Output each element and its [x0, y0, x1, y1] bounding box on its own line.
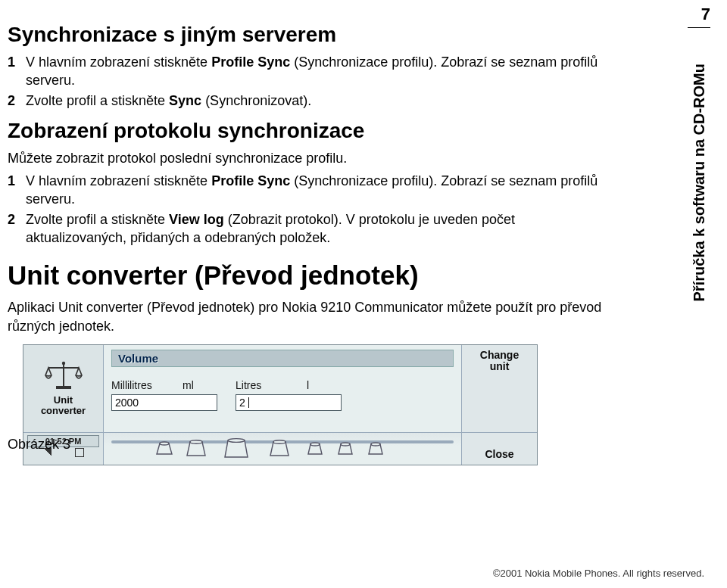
screenshot-titlebar: Volume	[111, 350, 454, 367]
steps-protocol: 1 V hlavním zobrazení stiskněte Profile …	[8, 172, 613, 247]
paragraph-unit: Aplikaci Unit converter (Převod jednotek…	[8, 298, 613, 335]
scale-icon	[42, 360, 85, 392]
from-value-input[interactable]: 2000	[111, 394, 217, 411]
screenshot-unit-converter: Unit converter Volume Millilitres ml	[23, 344, 538, 465]
side-tab-text: Příručka k softwaru na CD-ROMu	[691, 64, 708, 302]
app-title-line2: converter	[41, 406, 86, 416]
footer-copyright: ©2001 Nokia Mobile Phones. All rights re…	[493, 568, 704, 579]
app-title-line1: Unit	[41, 395, 86, 406]
from-unit-block: Millilitres ml 2000	[111, 379, 217, 411]
close-softkey[interactable]: Close	[485, 449, 513, 460]
from-unit-abbr: ml	[183, 379, 205, 391]
heading-protocol: Zobrazení protokolu synchronizace	[8, 119, 613, 143]
step-text: Zvolte profil a stiskněte	[26, 212, 169, 227]
battery-icon	[75, 448, 84, 457]
list-item: 1 V hlavním zobrazení stiskněte Profile …	[8, 172, 613, 209]
screenshot-right-panel-bottom: Close	[461, 433, 537, 465]
svg-point-9	[341, 443, 350, 446]
to-unit-abbr: l	[307, 379, 329, 391]
step-text: (Synchronizovat).	[201, 93, 311, 108]
list-item: 2 Zvolte profil a stiskněte Sync (Synchr…	[8, 92, 613, 110]
softkey-line2: unit	[480, 361, 519, 372]
svg-point-4	[160, 442, 169, 445]
change-unit-softkey[interactable]: Change unit	[480, 350, 519, 373]
step-text: V hlavním zobrazení stiskněte	[26, 173, 211, 188]
list-item: 1 V hlavním zobrazení stiskněte Profile …	[8, 53, 613, 90]
from-unit-name: Millilitres	[111, 379, 172, 391]
list-item: 2 Zvolte profil a stiskněte View log (Zo…	[8, 210, 613, 247]
paragraph-protocol: Můžete zobrazit protokol poslední synchr…	[8, 149, 613, 167]
svg-point-10	[371, 443, 380, 446]
step-keyword: Sync	[169, 93, 201, 108]
to-value-input[interactable]: 2	[236, 394, 342, 411]
step-keyword: Profile Sync	[211, 54, 290, 70]
to-unit-block: Litres l 2	[236, 379, 342, 411]
steps-sync-other: 1 V hlavním zobrazení stiskněte Profile …	[8, 53, 613, 110]
step-number: 2	[8, 92, 15, 110]
side-tab: Příručka k softwaru na CD-ROMu	[688, 27, 710, 338]
heading-sync-other-server: Synchronizace s jiným serverem	[8, 23, 613, 47]
screenshot-right-panel-top: Change unit	[461, 345, 537, 432]
figure-label: Obrázek 3	[8, 437, 98, 457]
screenshot-illustration	[104, 433, 461, 465]
svg-point-6	[228, 439, 245, 443]
main-content: Synchronizace s jiným serverem 1 V hlavn…	[8, 23, 613, 457]
step-keyword: Profile Sync	[211, 173, 290, 188]
page-number: 7	[701, 5, 710, 24]
screenshot-main: Volume Millilitres ml 2000	[104, 345, 461, 432]
svg-rect-3	[56, 386, 71, 389]
app-title: Unit converter	[41, 395, 86, 417]
to-unit-name: Litres	[236, 379, 296, 391]
svg-point-7	[273, 440, 285, 443]
svg-point-2	[61, 362, 64, 365]
softkey-line1: Change	[480, 350, 519, 361]
step-number: 1	[8, 53, 15, 71]
step-text: Zvolte profil a stiskněte	[26, 93, 169, 108]
step-text: V hlavním zobrazení stiskněte	[26, 54, 211, 70]
svg-point-8	[310, 443, 320, 446]
heading-unit-converter: Unit converter (Převod jednotek)	[8, 260, 613, 291]
step-keyword: View log	[169, 212, 224, 227]
step-number: 2	[8, 210, 15, 229]
svg-point-5	[190, 440, 202, 443]
step-number: 1	[8, 172, 15, 190]
jugs-icon	[149, 433, 422, 463]
screenshot-left-panel: Unit converter	[23, 345, 104, 432]
